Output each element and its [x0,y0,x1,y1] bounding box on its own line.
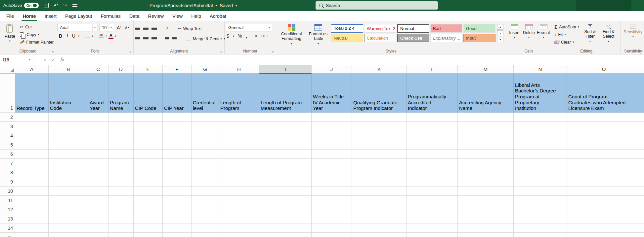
cell-H4[interactable] [219,131,259,140]
cell-A9[interactable] [15,177,49,186]
borders-icon[interactable] [85,34,90,38]
cell-J1[interactable]: Weeks in Title IV Academic Year [312,74,352,113]
cell-I11[interactable] [259,196,312,205]
column-header-D[interactable]: D [108,65,134,74]
underline-button[interactable]: U [71,33,76,39]
row-header-2[interactable]: 2 [0,113,15,122]
cell-K14[interactable] [352,223,407,233]
column-header-J[interactable]: J [312,65,352,74]
cell-A11[interactable] [15,196,49,205]
cell-N5[interactable] [514,140,567,150]
cell-C12[interactable] [88,205,108,214]
cell-P12[interactable] [641,205,644,214]
number-format-combo[interactable]: General ▾ [226,24,272,31]
format-dropdown-icon[interactable]: ▾ [543,36,544,39]
cell-C15[interactable] [88,233,108,237]
cell-F6[interactable] [163,150,192,159]
cell-N8[interactable] [514,168,567,177]
cell-B7[interactable] [49,159,88,168]
cell-F2[interactable] [163,113,192,122]
cell-A13[interactable] [15,214,49,223]
number-dialog-launcher-icon[interactable]: ↘ [271,50,274,53]
row-header-5[interactable]: 5 [0,140,15,150]
tab-view[interactable]: View [168,11,187,21]
select-all-button[interactable] [0,65,15,74]
row-header-4[interactable]: 4 [0,131,15,140]
cell-I10[interactable] [259,186,312,196]
style-explanatory[interactable]: Explanatory ... [430,34,462,42]
cell-E9[interactable] [134,177,163,186]
cell-I9[interactable] [259,177,312,186]
decrease-indent-icon[interactable] [165,37,169,41]
font-color-dropdown-icon[interactable]: ▾ [115,35,116,38]
cell-D14[interactable] [108,223,134,233]
cell-I13[interactable] [259,214,312,223]
cell-J6[interactable] [312,150,352,159]
cell-M4[interactable] [458,131,514,140]
cell-G7[interactable] [192,159,219,168]
cell-I8[interactable] [259,168,312,177]
cell-O1[interactable]: Count of Program Graduates who Attempted… [567,74,641,113]
tab-home[interactable]: Home [18,11,40,21]
undo-icon[interactable]: ↶ [54,3,58,8]
gallery-scroll-up-button[interactable]: ▴ [497,24,503,30]
align-bottom-icon[interactable] [151,27,157,30]
cell-O2[interactable] [567,113,641,122]
cell-L7[interactable] [407,159,458,168]
row-header-9[interactable]: 9 [0,177,15,186]
cell-E14[interactable] [134,223,163,233]
row-header-7[interactable]: 7 [0,159,15,168]
fill-button[interactable]: ↓ Fill ▾ [553,31,580,38]
cell-M2[interactable] [458,113,514,122]
cell-B15[interactable] [49,233,88,237]
style-warning-text[interactable]: Warning Text 2 [364,24,396,33]
cell-K10[interactable] [352,186,407,196]
column-header-C[interactable]: C [88,65,108,74]
copy-button[interactable]: Copy ▾ [19,31,55,38]
cell-P7[interactable] [641,159,644,168]
cell-C13[interactable] [88,214,108,223]
conditional-formatting-button[interactable]: Conditional Formatting ▾ [278,22,305,48]
cell-O14[interactable] [567,223,641,233]
paste-button[interactable]: Paste ▾ [1,22,18,48]
row-header-3[interactable]: 3 [0,122,15,131]
cell-J4[interactable] [312,131,352,140]
autosum-button[interactable]: Σ AutoSum ▾ [553,23,580,31]
cell-O13[interactable] [567,214,641,223]
delete-dropdown-icon[interactable]: ▾ [528,36,530,39]
merge-center-button[interactable]: Merge & Center ▾ [185,35,226,43]
column-header-M[interactable]: M [458,65,514,74]
cell-H14[interactable] [219,223,259,233]
cell-B6[interactable] [49,150,88,159]
cell-J13[interactable] [312,214,352,223]
gallery-more-button[interactable]: ▾ [497,37,503,42]
cell-K6[interactable] [352,150,407,159]
cell-K9[interactable] [352,177,407,186]
cell-B11[interactable] [49,196,88,205]
cell-M15[interactable] [458,233,514,237]
tab-data[interactable]: Data [125,11,144,21]
cell-I3[interactable] [259,122,312,131]
cell-E11[interactable] [134,196,163,205]
align-middle-icon[interactable] [143,27,149,30]
cell-O5[interactable] [567,140,641,150]
cell-L2[interactable] [407,113,458,122]
cell-L4[interactable] [407,131,458,140]
cell-I7[interactable] [259,159,312,168]
cell-D11[interactable] [108,196,134,205]
delete-cells-button[interactable]: Delete ▾ [522,22,536,48]
cell-H8[interactable] [219,168,259,177]
conditional-formatting-dropdown-icon[interactable]: ▾ [291,42,292,45]
cell-A12[interactable] [15,205,49,214]
cell-E1[interactable]: CIP Code [134,74,163,113]
cell-F9[interactable] [163,177,192,186]
cell-J11[interactable] [312,196,352,205]
row-header-12[interactable]: 12 [0,205,15,214]
find-select-button[interactable]: Find & Select ▾ [600,22,617,48]
style-neutral[interactable]: Neutral [331,34,363,42]
insert-cells-button[interactable]: Insert ▾ [507,22,521,48]
cell-L8[interactable] [407,168,458,177]
cell-L12[interactable] [407,205,458,214]
cell-I15[interactable] [259,233,312,237]
cell-F11[interactable] [163,196,192,205]
